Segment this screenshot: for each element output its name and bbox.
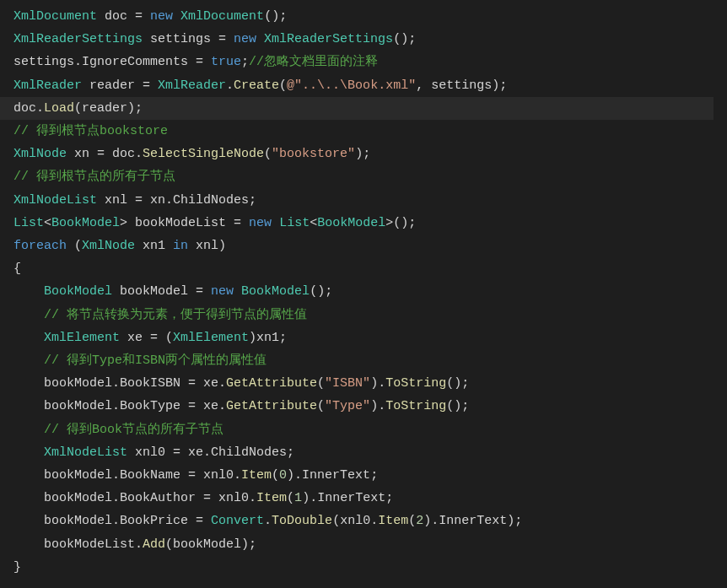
code-line[interactable]: { bbox=[13, 262, 21, 276]
code-token-ident bbox=[13, 423, 44, 437]
code-token-ident bbox=[256, 32, 264, 46]
code-token-punct: . bbox=[36, 101, 44, 116]
code-token-ident: IgnoreComments bbox=[82, 55, 196, 69]
code-token-ident bbox=[13, 284, 44, 299]
code-token-type: XmlReader bbox=[13, 78, 82, 93]
code-token-punct: .BookType bbox=[112, 399, 188, 413]
code-line[interactable]: XmlReader reader = XmlReader.Create(@"..… bbox=[13, 78, 507, 93]
code-token-punct: = bbox=[218, 32, 234, 46]
code-token-ident bbox=[13, 308, 44, 322]
code-token-ident: bookModeList bbox=[13, 537, 135, 552]
code-line[interactable]: bookModel.BookType = xe.GetAttribute("Ty… bbox=[13, 399, 469, 413]
code-line[interactable]: XmlNodeList xnl = xn.ChildNodes; bbox=[13, 193, 256, 208]
code-token-punct: = bbox=[196, 55, 211, 69]
code-token-type: XmlElement bbox=[44, 331, 120, 345]
code-token-type: XmlElement bbox=[173, 331, 249, 345]
code-token-num: 1 bbox=[294, 491, 302, 505]
code-token-ident bbox=[13, 353, 44, 368]
code-token-kw: new bbox=[150, 9, 173, 24]
code-token-str: "ISBN" bbox=[325, 376, 370, 391]
code-token-punct: ; bbox=[241, 55, 249, 69]
code-token-comment: // 得到根节点的所有子节点 bbox=[13, 170, 175, 184]
code-line[interactable]: bookModel.BookName = xnl0.Item(0).InnerT… bbox=[13, 468, 378, 483]
code-token-method: Load bbox=[44, 101, 74, 116]
code-token-punct: >(); bbox=[385, 216, 416, 230]
code-token-ident: bookModel bbox=[13, 399, 112, 413]
code-token-punct: ( bbox=[408, 514, 416, 528]
code-line[interactable]: XmlReaderSettings settings = new XmlRead… bbox=[13, 32, 416, 46]
code-token-type: XmlNode bbox=[82, 239, 135, 253]
code-token-punct: (); bbox=[310, 284, 332, 299]
code-token-method: Item bbox=[256, 491, 287, 505]
code-token-punct: )xn1; bbox=[249, 331, 287, 345]
code-token-punct: . bbox=[264, 514, 272, 528]
code-token-method: Item bbox=[378, 514, 408, 528]
code-line[interactable]: XmlDocument doc = new XmlDocument(); bbox=[13, 9, 287, 24]
code-token-type: BookModel bbox=[51, 216, 120, 230]
code-line[interactable]: XmlNode xn = doc.SelectSingleNode("books… bbox=[13, 147, 370, 161]
code-line[interactable]: bookModel.BookPrice = Convert.ToDouble(x… bbox=[13, 514, 522, 528]
code-token-punct: .BookAuthor bbox=[112, 491, 203, 505]
code-line[interactable]: bookModel.BookAuthor = xnl0.Item(1).Inne… bbox=[13, 491, 393, 505]
code-token-type: List bbox=[13, 216, 44, 230]
code-token-punct: = bbox=[234, 216, 249, 230]
code-token-comment: // 得到Type和ISBN两个属性的属性值 bbox=[44, 353, 267, 368]
code-token-ident bbox=[13, 445, 44, 460]
code-line[interactable]: BookModel bookModel = new BookModel(); bbox=[13, 284, 332, 299]
code-token-punct: ); bbox=[355, 147, 370, 161]
code-token-kw: true bbox=[211, 55, 241, 69]
code-token-punct: = bbox=[196, 514, 211, 528]
highlighted-code-line[interactable]: doc.Load(reader); bbox=[0, 97, 714, 120]
code-token-punct: } bbox=[13, 560, 21, 575]
code-token-comment: // 得到根节点bookstore bbox=[13, 124, 168, 138]
code-token-ident: doc bbox=[13, 101, 36, 116]
code-token-type: BookModel bbox=[317, 216, 385, 230]
code-token-ident bbox=[234, 284, 241, 299]
code-line[interactable]: settings.IgnoreComments = true;//忽略文档里面的… bbox=[13, 55, 378, 69]
code-token-punct: (); bbox=[446, 376, 469, 391]
code-token-type: XmlDocument bbox=[13, 9, 97, 24]
code-token-punct: = ( bbox=[150, 331, 173, 345]
code-token-punct: < bbox=[310, 216, 317, 230]
code-token-method: Add bbox=[143, 537, 165, 552]
code-line[interactable]: bookModel.BookISBN = xe.GetAttribute("IS… bbox=[13, 376, 469, 391]
code-token-punct: .BookISBN bbox=[112, 376, 188, 391]
code-token-ident bbox=[173, 9, 180, 24]
code-token-method: Create bbox=[234, 78, 279, 93]
code-token-punct: > bookModeList bbox=[120, 216, 234, 230]
code-line[interactable]: // 得到根节点bookstore bbox=[13, 124, 168, 138]
code-line[interactable]: List<BookModel> bookModeList = new List<… bbox=[13, 216, 416, 230]
code-token-num: 2 bbox=[416, 514, 423, 528]
code-token-comment: // 得到Book节点的所有子节点 bbox=[44, 423, 223, 437]
code-token-ident: reader bbox=[82, 78, 143, 93]
code-token-type: XmlNode bbox=[13, 147, 67, 161]
code-token-punct: = xnl0. bbox=[203, 491, 256, 505]
code-token-ident: doc bbox=[97, 9, 135, 24]
code-token-punct: = xn.ChildNodes; bbox=[135, 193, 256, 208]
code-token-method: ToString bbox=[385, 399, 446, 413]
code-token-str: "Type" bbox=[325, 399, 370, 413]
code-token-ident: xe bbox=[120, 331, 150, 345]
code-line[interactable]: } bbox=[13, 560, 21, 575]
code-token-punct: = bbox=[143, 78, 158, 93]
code-token-ident: xnl0 bbox=[127, 445, 173, 460]
code-token-punct: . bbox=[74, 55, 82, 69]
code-token-ident: xnl bbox=[188, 239, 218, 253]
code-line[interactable]: // 得到Type和ISBN两个属性的属性值 bbox=[13, 353, 267, 368]
code-token-kw: new bbox=[249, 216, 272, 230]
code-token-ident: bookModel bbox=[112, 284, 196, 299]
code-token-type: BookModel bbox=[241, 284, 310, 299]
code-token-type: List bbox=[279, 216, 310, 230]
code-token-punct: (); bbox=[264, 9, 287, 24]
code-line[interactable]: foreach (XmlNode xn1 in xnl) bbox=[13, 239, 226, 253]
code-line[interactable]: XmlElement xe = (XmlElement)xn1; bbox=[13, 331, 287, 345]
code-token-punct: = xe.ChildNodes; bbox=[173, 445, 294, 460]
code-line[interactable]: // 将节点转换为元素，便于得到节点的属性值 bbox=[13, 308, 307, 322]
code-line[interactable]: // 得到根节点的所有子节点 bbox=[13, 170, 175, 184]
code-line[interactable]: // 得到Book节点的所有子节点 bbox=[13, 423, 223, 437]
code-token-punct: .BookPrice bbox=[112, 514, 196, 528]
code-line[interactable]: XmlNodeList xnl0 = xe.ChildNodes; bbox=[13, 445, 294, 460]
code-token-punct: ).InnerText; bbox=[287, 468, 378, 483]
code-line[interactable]: bookModeList.Add(bookModel); bbox=[13, 537, 256, 552]
code-editor[interactable]: XmlDocument doc = new XmlDocument(); Xml… bbox=[0, 0, 727, 588]
